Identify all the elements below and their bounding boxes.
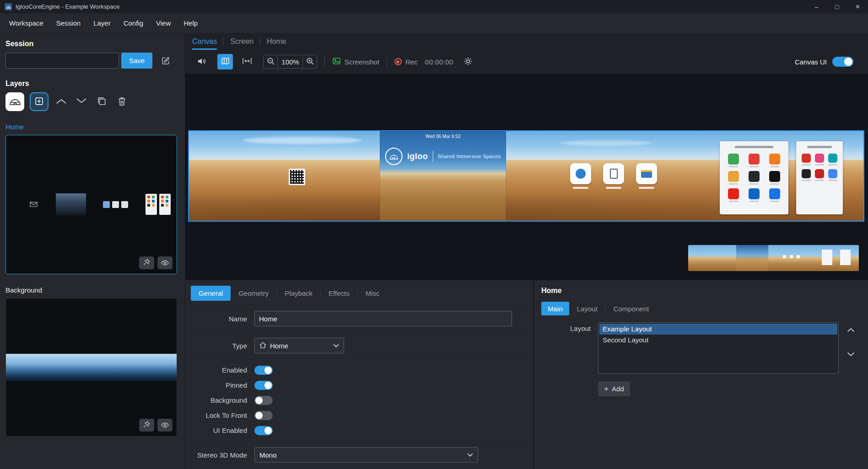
qr-code [289, 169, 305, 185]
igloo-wordmark: igloo [407, 152, 428, 161]
trash-icon [118, 96, 126, 107]
volume-button[interactable] [195, 55, 208, 69]
pinned-label: Pinned [185, 381, 247, 389]
menu-workspace[interactable]: Workspace [3, 13, 50, 33]
add-layout-button[interactable]: + Add [598, 381, 630, 396]
layer-visibility-button[interactable] [157, 256, 173, 269]
home-icon [259, 342, 266, 350]
chevron-up-icon [847, 326, 855, 334]
speaker-icon [197, 57, 206, 67]
launcher-tile-grid [800, 154, 839, 178]
lock-to-front-row: Lock To Front [185, 408, 533, 423]
move-layer-down-button[interactable] [74, 95, 89, 109]
pin-layer-button[interactable] [139, 256, 154, 269]
preview-launcher-panels [146, 194, 171, 215]
duplicate-icon [97, 96, 107, 107]
lock-to-front-toggle[interactable] [254, 411, 273, 420]
menu-help[interactable]: Help [177, 13, 204, 33]
chevron-down-icon [847, 350, 855, 358]
tab-playback[interactable]: Playback [277, 289, 320, 297]
map-view-button[interactable] [217, 54, 233, 69]
tab-canvas[interactable]: Canvas [192, 37, 217, 50]
move-layout-up-button[interactable] [846, 325, 856, 335]
tab-home[interactable]: Home [267, 37, 286, 50]
save-button[interactable]: Save [121, 53, 152, 69]
background-toggle[interactable] [254, 396, 273, 405]
pin-background-button[interactable] [139, 419, 154, 432]
canvas-minimap[interactable] [688, 245, 859, 271]
layout-panel: Home Main Layout Component Layout Exampl… [534, 280, 868, 469]
delete-layer-button[interactable] [114, 95, 129, 109]
type-select[interactable]: Home [254, 338, 344, 353]
launcher-panel [720, 141, 788, 214]
maximize-button[interactable]: □ [827, 0, 847, 13]
move-layout-down-button[interactable] [846, 349, 856, 359]
zoom-in-icon [306, 57, 314, 67]
pinned-toggle[interactable] [254, 381, 273, 390]
sidebar: Session Save Layers [0, 33, 185, 469]
duplicate-layer-button[interactable] [94, 95, 109, 109]
menu-config[interactable]: Config [117, 13, 150, 33]
menu-view[interactable]: View [150, 13, 177, 33]
ui-enabled-toggle[interactable] [254, 426, 273, 435]
app-tile [570, 163, 591, 184]
record-icon [394, 58, 402, 65]
tab-component[interactable]: Component [606, 305, 657, 313]
screenshot-button[interactable]: Screenshot [332, 57, 379, 67]
launcher-panel [796, 141, 843, 214]
minimap-content [822, 250, 832, 265]
tab-main[interactable]: Main [541, 302, 569, 315]
chevron-down-icon [333, 344, 339, 347]
enabled-toggle[interactable] [254, 366, 273, 375]
gear-icon [464, 57, 473, 67]
layers-heading: Layers [5, 80, 178, 88]
divider [223, 38, 224, 45]
canvas-ui-toggle[interactable] [832, 57, 853, 67]
stereo-3d-mode-select[interactable]: Mono [254, 447, 478, 463]
tab-general[interactable]: General [191, 286, 231, 301]
name-input[interactable] [254, 311, 512, 326]
record-button[interactable]: Rec [394, 58, 418, 66]
move-layer-up-button[interactable] [54, 95, 69, 109]
canvas-viewport[interactable]: Wed 06 Mar 6:53 igloo Shared Immersive S… [185, 74, 868, 279]
layer-home-label[interactable]: Home [5, 123, 178, 131]
igloo-layer-button[interactable] [5, 92, 24, 111]
session-heading: Session [5, 40, 178, 48]
main-area: Canvas Screen Home [185, 33, 868, 469]
window-title: IglooCoreEngine - Example Workspace [16, 3, 119, 10]
background-label: Background [185, 396, 247, 404]
panorama-clock: Wed 06 Mar 6:53 [380, 134, 506, 139]
zoom-controls: 100% [263, 55, 317, 69]
properties-panel: General Geometry Playback Effects Misc N… [185, 280, 534, 469]
chevron-down-icon [75, 98, 87, 106]
background-visibility-button[interactable] [157, 419, 173, 432]
layer-background-preview[interactable] [5, 298, 177, 437]
layout-item[interactable]: Example Layout [599, 324, 837, 335]
minimize-button[interactable]: – [806, 0, 827, 13]
tab-screen[interactable]: Screen [230, 37, 253, 50]
layout-list: Example Layout Second Layout [598, 322, 839, 374]
add-layer-button[interactable] [30, 92, 49, 111]
pin-icon [143, 421, 150, 429]
tab-geometry[interactable]: Geometry [231, 289, 276, 297]
menu-session[interactable]: Session [50, 13, 87, 33]
tab-layout[interactable]: Layout [569, 305, 605, 313]
tab-effects[interactable]: Effects [321, 289, 357, 297]
edit-session-icon[interactable] [160, 55, 172, 67]
session-name-input[interactable] [5, 53, 119, 69]
divider [260, 38, 260, 45]
layout-item[interactable]: Second Layout [599, 335, 837, 346]
document-glyph-icon [610, 169, 618, 179]
app-glyph-icon [576, 169, 586, 179]
layer-background-label[interactable]: Background [5, 286, 178, 294]
close-button[interactable]: × [847, 0, 868, 13]
settings-button[interactable] [462, 55, 474, 69]
zoom-in-button[interactable] [302, 55, 317, 69]
layer-home-preview[interactable] [5, 135, 177, 274]
layers-toolbar [5, 92, 178, 111]
menu-layer[interactable]: Layer [87, 13, 117, 33]
zoom-out-button[interactable] [263, 55, 278, 69]
fit-width-button[interactable] [240, 55, 254, 68]
tab-misc[interactable]: Misc [358, 289, 388, 297]
panorama-canvas[interactable]: Wed 06 Mar 6:53 igloo Shared Immersive S… [188, 130, 864, 222]
